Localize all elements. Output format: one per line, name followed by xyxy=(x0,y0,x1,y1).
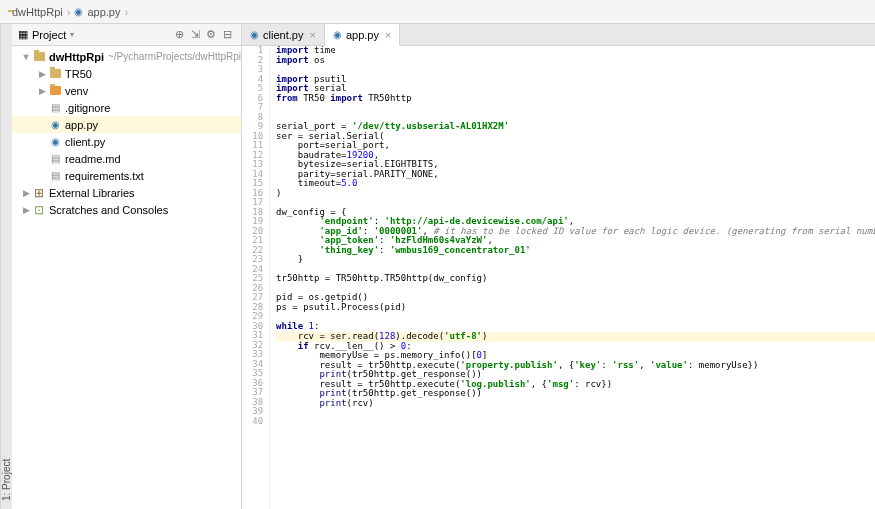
breadcrumb: dwHttpRpi › ◉ app.py › xyxy=(0,0,875,24)
tree-item[interactable]: ▤.gitignore xyxy=(12,99,241,116)
line-gutter: 1234567891011121314151617181920212223242… xyxy=(242,46,270,509)
folder-icon xyxy=(48,69,62,78)
python-icon: ◉ xyxy=(74,6,83,17)
project-icon: ▦ xyxy=(18,28,28,41)
tree-item[interactable]: ◉client.py xyxy=(12,133,241,150)
tree-item-path: ~/PycharmProjects/dwHttpRpi xyxy=(108,51,241,62)
breadcrumb-root[interactable]: dwHttpRpi xyxy=(12,6,63,18)
tree-item[interactable]: ▼dwHttpRpi~/PycharmProjects/dwHttpRpi xyxy=(12,48,241,65)
python-icon: ◉ xyxy=(48,136,62,147)
code-line[interactable] xyxy=(276,418,875,428)
breadcrumb-file[interactable]: app.py xyxy=(87,6,120,18)
tree-item[interactable]: ▶venv xyxy=(12,82,241,99)
code-line[interactable]: parity=serial.PARITY_NONE, xyxy=(276,170,875,180)
python-icon: ◉ xyxy=(333,29,342,40)
code-line[interactable] xyxy=(276,312,875,322)
tree-item-label: venv xyxy=(65,85,88,97)
tree-item-label: dwHttpRpi xyxy=(49,51,104,63)
project-panel-title[interactable]: Project xyxy=(32,29,66,41)
file-icon: ▤ xyxy=(48,170,62,181)
code-line[interactable]: 'thing_key': 'wmbus169_concentrator_01' xyxy=(276,246,875,256)
code-line[interactable]: import psutil xyxy=(276,75,875,85)
tree-item[interactable]: ◉app.py xyxy=(12,116,241,133)
tree-item[interactable]: ▤requirements.txt xyxy=(12,167,241,184)
code-content[interactable]: import timeimport osimport psutilimport … xyxy=(270,46,875,509)
chevron-down-icon[interactable]: ▾ xyxy=(70,30,74,39)
library-icon: ⊞ xyxy=(32,186,46,200)
tree-item[interactable]: ▶⊞External Libraries xyxy=(12,184,241,201)
tree-arrow-icon[interactable]: ▼ xyxy=(20,52,32,62)
code-line[interactable] xyxy=(276,198,875,208)
editor-tabs: ◉client.py×◉app.py× xyxy=(242,24,875,46)
tree-item[interactable]: ▶TR50 xyxy=(12,65,241,82)
tree-item-label: .gitignore xyxy=(65,102,110,114)
tree-item-label: External Libraries xyxy=(49,187,135,199)
hide-icon[interactable]: ⊟ xyxy=(219,27,235,43)
editor-tab[interactable]: ◉app.py× xyxy=(325,24,400,46)
project-panel: ▦ Project ▾ ⊕ ⇲ ⚙ ⊟ ▼dwHttpRpi~/PycharmP… xyxy=(12,24,242,509)
tree-item-label: requirements.txt xyxy=(65,170,144,182)
code-line[interactable]: timeout=5.0 xyxy=(276,179,875,189)
editor-tab[interactable]: ◉client.py× xyxy=(242,24,325,45)
code-line[interactable] xyxy=(276,408,875,418)
code-line[interactable]: tr50http = TR50http.TR50http(dw_config) xyxy=(276,274,875,284)
tab-label: app.py xyxy=(346,29,379,41)
close-icon[interactable]: × xyxy=(385,29,391,41)
code-area[interactable]: 1234567891011121314151617181920212223242… xyxy=(242,46,875,509)
tree-item-label: TR50 xyxy=(65,68,92,80)
code-line[interactable]: } xyxy=(276,255,875,265)
tree-arrow-icon[interactable]: ▶ xyxy=(20,205,32,215)
folder-icon xyxy=(32,52,46,61)
python-icon: ◉ xyxy=(48,119,62,130)
expand-all-icon[interactable]: ⇲ xyxy=(187,27,203,43)
file-icon: ▤ xyxy=(48,153,62,164)
close-icon[interactable]: × xyxy=(309,29,315,41)
tree-item-label: app.py xyxy=(65,119,98,131)
folder-excluded-icon xyxy=(48,86,62,95)
tab-label: client.py xyxy=(263,29,303,41)
code-line[interactable] xyxy=(276,103,875,113)
tree-item-label: readme.md xyxy=(65,153,121,165)
python-icon: ◉ xyxy=(250,29,259,40)
editor-pane: ◉client.py×◉app.py× 12345678910111213141… xyxy=(242,24,875,509)
scratch-icon: ⊡ xyxy=(32,203,46,217)
project-panel-header: ▦ Project ▾ ⊕ ⇲ ⚙ ⊟ xyxy=(12,24,241,46)
locate-icon[interactable]: ⊕ xyxy=(171,27,187,43)
tree-arrow-icon[interactable]: ▶ xyxy=(36,69,48,79)
code-line[interactable]: ) xyxy=(276,189,875,199)
gear-icon[interactable]: ⚙ xyxy=(203,27,219,43)
tree-item-label: client.py xyxy=(65,136,105,148)
code-line[interactable]: while 1: xyxy=(276,322,875,332)
tree-arrow-icon[interactable]: ▶ xyxy=(36,86,48,96)
chevron-right-icon: › xyxy=(67,6,71,18)
tree-arrow-icon[interactable]: ▶ xyxy=(20,188,32,198)
tree-item[interactable]: ▤readme.md xyxy=(12,150,241,167)
code-line[interactable]: import os xyxy=(276,56,875,66)
project-tree: ▼dwHttpRpi~/PycharmProjects/dwHttpRpi▶TR… xyxy=(12,46,241,509)
code-line[interactable]: ps = psutil.Process(pid) xyxy=(276,303,875,313)
code-line[interactable]: print(rcv) xyxy=(276,399,875,409)
tree-item-label: Scratches and Consoles xyxy=(49,204,168,216)
code-line[interactable]: from TR50 import TR50http xyxy=(276,94,875,104)
project-tool-tab[interactable]: 1: Project xyxy=(0,24,12,509)
code-line[interactable]: import time xyxy=(276,46,875,56)
code-line[interactable] xyxy=(276,65,875,75)
file-icon: ▤ xyxy=(48,102,62,113)
chevron-right-icon: › xyxy=(124,6,128,18)
tree-item[interactable]: ▶⊡Scratches and Consoles xyxy=(12,201,241,218)
